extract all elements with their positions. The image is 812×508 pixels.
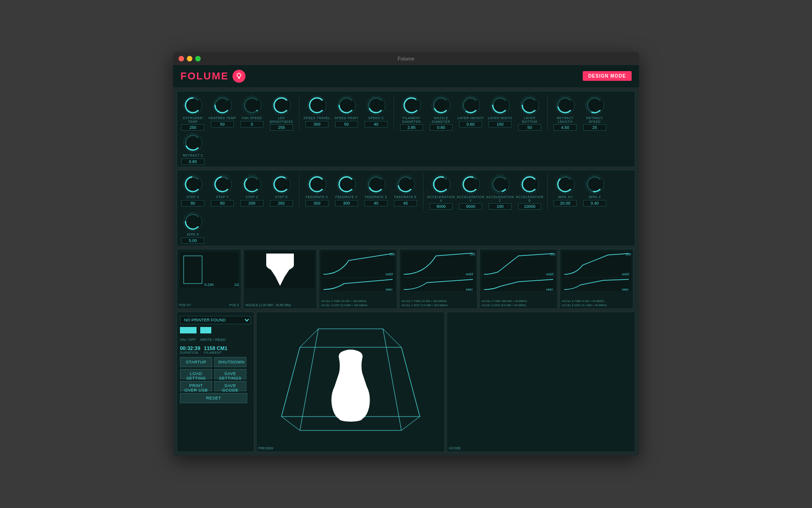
svg-point-6 — [184, 96, 202, 115]
svg-point-16 — [491, 96, 509, 115]
logo-icon — [233, 70, 245, 83]
knob-row-2: STEP X 80 STEP Y 80 STEP Z 200 — [177, 170, 635, 246]
knob-item[interactable]: ACCELERATION X 9000 — [427, 174, 455, 210]
svg-point-13 — [402, 96, 421, 115]
knob-item[interactable]: SPEED PRINT 50 — [333, 95, 360, 131]
on-off-toggle[interactable] — [180, 327, 197, 333]
svg-point-26 — [337, 175, 356, 194]
knob-item[interactable]: LAYER HEIGHT 0.60 — [457, 95, 484, 131]
knob-item[interactable]: EXTRUDER TEMP 250 — [179, 95, 207, 131]
bulb-icon — [235, 73, 243, 80]
accel-y-dist-label: ACCEL Y DIST (5.0 MM > 300 MM/S) — [401, 304, 475, 307]
accel-y-panel: 100 10 MS 10 MM ACCEL Y TIME (31 MS > 30… — [399, 249, 478, 309]
svg-point-31 — [491, 175, 509, 194]
knob-item[interactable]: ACCELERATION Y 9000 — [457, 174, 484, 210]
svg-point-20 — [184, 133, 202, 152]
knob-item[interactable]: FEEDRATE Z 40 — [362, 174, 390, 210]
gcode-label: GCODE — [449, 447, 633, 450]
preview-panel: PREVIEW — [256, 312, 445, 452]
write-read-toggle[interactable] — [200, 327, 211, 333]
knob-item[interactable]: RETRACT Z 0.80 — [179, 133, 207, 165]
knob-item[interactable]: FILAMENT DIAMETER 2.85 — [398, 95, 425, 131]
knob-divider — [299, 95, 299, 131]
knob-item[interactable]: HEATBED TEMP 50 — [209, 95, 236, 131]
maximize-button[interactable] — [195, 56, 201, 61]
pos-xy-label: POS XY — [179, 303, 191, 307]
duration-label: DURATION — [180, 351, 200, 354]
knob-item[interactable]: STEP Z 200 — [238, 174, 266, 210]
knob-item[interactable]: FAN SPEED 0 — [238, 95, 266, 131]
svg-point-14 — [432, 96, 450, 115]
pos-chart-svg: 0.230 210 — [179, 251, 239, 288]
accel-x-dist-chart: 10 MM — [321, 278, 395, 298]
knob-item[interactable]: SPEED TRAVEL 300 — [303, 95, 331, 131]
svg-point-21 — [184, 175, 202, 194]
accel-x-time-label: ACCEL X TIME (31 MS > 300 MM/S) — [321, 300, 395, 302]
save-gcode-button[interactable]: SAVE GCODE — [214, 381, 246, 391]
svg-text:100: 100 — [550, 253, 555, 256]
svg-text:10: 10 — [470, 272, 473, 276]
accel-y-dist-chart: 10 MM — [401, 278, 475, 298]
accel-x-panel: 100 10 MS 10 MM ACCEL X TIME (31 MS > 30… — [319, 249, 397, 309]
reset-button[interactable]: RESET — [180, 393, 247, 403]
knob-item[interactable]: RETRACT SPEED 25 — [581, 95, 609, 131]
knob-divider — [394, 95, 394, 131]
startup-button[interactable]: STARTUP — [180, 357, 212, 367]
knob-item[interactable]: ACCELERATION Z 100 — [486, 174, 514, 210]
knob-item[interactable]: LED BRIGHTNESS 255 — [268, 95, 295, 131]
knob-item[interactable]: RETRACT LENGTH 4.50 — [551, 95, 579, 131]
accel-z-time-label: ACCEL Z TIME (396 MS > 40 MM/S) — [482, 300, 555, 302]
knob-item[interactable]: NOZZLE DIAMETER 0.80 — [427, 95, 455, 131]
control-panel: NO PRINTER FOUND ON / OFF WRITE / READ — [177, 312, 254, 452]
accel-z-time-chart: 100 10 MS — [482, 251, 555, 277]
close-button[interactable] — [179, 56, 184, 61]
filament-value: 1158 CM1 — [204, 345, 227, 351]
accel-x-dist-svg: 10 MM — [321, 278, 395, 291]
knob-item[interactable]: STEP E 282 — [268, 174, 295, 210]
svg-text:100: 100 — [389, 253, 395, 256]
svg-point-0 — [237, 73, 241, 77]
knob-item[interactable]: SPEED Z 40 — [362, 95, 390, 131]
knob-item[interactable]: FEEDRATE X 300 — [303, 174, 331, 210]
accel-e-time-label: ACCEL E TIME (4 MS > 45 MM/S) — [562, 300, 631, 302]
accel-y-time-svg: 100 10 MS — [401, 251, 475, 277]
knob-item[interactable]: JERK Z 0.40 — [581, 174, 609, 210]
preview-label: PREVIEW — [258, 447, 442, 450]
nozzle-svg — [245, 251, 315, 288]
accel-y-dist-svg: 10 MM — [401, 278, 475, 291]
knob-item[interactable]: ACCELERATION E 10000 — [516, 174, 543, 210]
design-mode-button[interactable]: DESIGN MODE — [583, 71, 632, 81]
svg-text:MS: MS — [386, 273, 390, 276]
svg-text:100: 100 — [470, 253, 475, 256]
knob-item[interactable]: FEEDRATE Y 300 — [333, 174, 360, 210]
load-save-row: LOAD SETTING SAVE SETTINGS — [180, 369, 251, 379]
accel-z-dist-label: ACCEL Z DIST (8.0 MM > 40 MM/S) — [482, 304, 555, 307]
knob-item[interactable]: FEEDRATE E 45 — [392, 174, 419, 210]
svg-point-19 — [585, 96, 604, 115]
gcode-panel: GCODE — [447, 312, 635, 452]
accel-e-time-chart: 100 10 MS — [562, 251, 631, 277]
knob-item[interactable]: JERK XY 20.00 — [551, 174, 579, 210]
svg-line-5 — [237, 73, 237, 74]
knob-item[interactable]: STEP Y 80 — [209, 174, 236, 210]
save-settings-button[interactable]: SAVE SETTINGS — [214, 369, 246, 379]
svg-text:0.230: 0.230 — [204, 283, 214, 287]
shutdown-button[interactable]: SHUTDOWN — [214, 357, 246, 367]
knob-item[interactable]: JERK E 5.00 — [179, 212, 207, 244]
startup-shutdown-row: STARTUP SHUTDOWN — [180, 357, 251, 367]
accel-z-panel: 100 10 MS 10 MM ACCEL Z TIME (396 MS > 4… — [479, 249, 558, 309]
app-header: FOLUME DESIGN MODE — [173, 65, 639, 87]
duration-stat: 00:32:39 DURATION — [180, 345, 200, 354]
accel-e-dist-label: ACCEL E DIST (0.1 MM > 45 MM/S) — [562, 304, 631, 307]
pos-z-label: POS Z — [229, 303, 239, 307]
knob-item[interactable]: LAYER BOTTOM 50 — [516, 95, 543, 131]
minimize-button[interactable] — [187, 56, 192, 61]
print-over-usb-button[interactable]: PRINT OVER USB — [180, 381, 212, 391]
gcode-area — [449, 314, 633, 445]
knob-item[interactable]: LAYER WIDTH 150 — [486, 95, 514, 131]
load-setting-button[interactable]: LOAD SETTING — [180, 369, 212, 379]
svg-text:MS: MS — [466, 273, 470, 276]
knob-item[interactable]: STEP X 80 — [179, 174, 207, 210]
svg-point-82 — [339, 416, 362, 422]
printer-select[interactable]: NO PRINTER FOUND — [180, 316, 251, 324]
